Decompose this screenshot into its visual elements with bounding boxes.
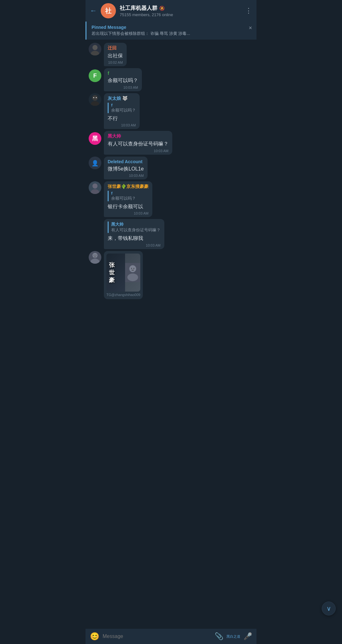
sender-name: Deleted Account bbox=[108, 159, 144, 164]
sender-name: f bbox=[108, 71, 138, 76]
message-row: 迁回 出社保 10:02 AM bbox=[89, 43, 253, 66]
avatar: 黑 bbox=[89, 132, 101, 145]
svg-point-1 bbox=[92, 45, 98, 50]
header-info: 社工库机器人群 🔕 75155 members, 2176 online bbox=[120, 4, 241, 17]
quote-block: f 余额可以吗？ bbox=[108, 191, 149, 201]
pinned-content: Pinned Message 若出现以下情形会被移除群组： 诈骗 辱骂 涉黄 涉… bbox=[92, 25, 246, 36]
message-bubble: 张世豪🌵京东搜豪豪 f 余额可以吗？ 银行卡余额可以 10:03 AM bbox=[104, 181, 152, 217]
quote-author: f bbox=[111, 103, 136, 107]
svg-point-16 bbox=[94, 255, 94, 255]
quote-text: 余额可以吗？ bbox=[111, 107, 136, 113]
message-bubble: 灰太娘 🐺 f 余额可以吗？ 不行 10:03 AM bbox=[104, 93, 140, 129]
message-text: 微博5e换LOL1e bbox=[108, 165, 144, 172]
sticker-bubble: 张 世 豪 TG@zhangshihao009 bbox=[104, 251, 143, 299]
more-options-button[interactable]: ⋮ bbox=[245, 7, 252, 15]
message-text: 银行卡余额可以 bbox=[108, 203, 149, 210]
message-time: 10:03 AM bbox=[108, 123, 136, 127]
mic-button[interactable]: 🎤 bbox=[244, 632, 252, 641]
message-time: 10:03 AM bbox=[108, 174, 144, 177]
svg-point-7 bbox=[96, 97, 97, 98]
message-text: 有人可以查身份证号码嘛？ bbox=[108, 140, 168, 147]
avatar bbox=[89, 43, 101, 55]
message-bubble: f 余额可以吗？ 10:03 AM bbox=[104, 68, 142, 91]
svg-point-6 bbox=[93, 97, 94, 98]
message-text: 来，带钱私聊我 bbox=[108, 235, 161, 242]
message-row: 👤 Deleted Account 微博5e换LOL1e 10:03 AM bbox=[89, 157, 253, 179]
message-row: 黑 黑大帅 有人可以查身份证号码嘛？ 10:03 AM bbox=[89, 131, 253, 154]
chat-area: 迁回 出社保 10:02 AM F f 余额可以吗？ 10:03 AM 灰太娘 … bbox=[86, 40, 256, 325]
message-time: 10:03 AM bbox=[108, 211, 149, 215]
pinned-text: 若出现以下情形会被移除群组： 诈骗 辱骂 涉黄 涉毒... bbox=[92, 31, 246, 36]
message-time: 10:02 AM bbox=[108, 61, 123, 64]
message-row: 张 世 豪 TG@zhangshihao009 bbox=[89, 251, 253, 299]
message-input[interactable] bbox=[103, 634, 212, 639]
message-bubble: Deleted Account 微博5e换LOL1e 10:03 AM bbox=[104, 157, 148, 179]
watermark-label: 黑白之道 bbox=[226, 634, 240, 639]
message-row: F f 余额可以吗？ 10:03 AM bbox=[89, 68, 253, 91]
avatar bbox=[89, 251, 101, 264]
attach-button[interactable]: 📎 bbox=[215, 632, 223, 641]
quote-text: 余额可以吗？ bbox=[111, 196, 149, 201]
bottom-input-bar: 😊 📎 黑白之道 🎤 bbox=[86, 629, 256, 644]
quote-author: 黑大帅 bbox=[111, 222, 161, 227]
svg-text:👤: 👤 bbox=[92, 159, 99, 166]
message-text: 不行 bbox=[108, 115, 136, 122]
avatar bbox=[89, 93, 101, 106]
group-title: 社工库机器人群 🔕 bbox=[120, 4, 241, 12]
sender-name: 黑大帅 bbox=[108, 133, 168, 139]
sender-name: 灰太娘 🐺 bbox=[108, 96, 136, 101]
mute-icon: 🔕 bbox=[159, 6, 165, 11]
pinned-title: Pinned Message bbox=[92, 25, 246, 30]
message-time: 10:03 AM bbox=[108, 86, 138, 89]
quote-block: f 余额可以吗？ bbox=[108, 103, 136, 113]
svg-point-19 bbox=[129, 265, 136, 272]
quote-author: f bbox=[111, 191, 149, 196]
message-time: 10:03 AM bbox=[108, 149, 168, 153]
avatar: 👤 bbox=[89, 157, 101, 169]
svg-point-11 bbox=[92, 184, 98, 189]
svg-point-4 bbox=[92, 95, 98, 101]
chat-header: ← 社 社工库机器人群 🔕 75155 members, 2176 online… bbox=[86, 0, 256, 22]
message-row: 张世豪🌵京东搜豪豪 f 余额可以吗？ 银行卡余额可以 10:03 AM bbox=[89, 181, 253, 217]
sticker-image: 张 世 豪 bbox=[106, 254, 140, 292]
message-row: 灰太娘 🐺 f 余额可以吗？ 不行 10:03 AM bbox=[89, 93, 253, 129]
svg-point-22 bbox=[133, 268, 134, 268]
sender-name: 迁回 bbox=[108, 45, 123, 51]
sender-name: 张世豪🌵京东搜豪豪 bbox=[108, 184, 149, 190]
group-subtitle: 75155 members, 2176 online bbox=[120, 12, 241, 17]
pinned-close-button[interactable]: × bbox=[246, 25, 252, 31]
emoji-button[interactable]: 😊 bbox=[90, 632, 99, 641]
pinned-message-bar: Pinned Message 若出现以下情形会被移除群组： 诈骗 辱骂 涉黄 涉… bbox=[86, 22, 256, 40]
avatar bbox=[89, 181, 101, 194]
message-bubble: 黑大帅 有人可以查身份证号码嘛？ 10:03 AM bbox=[104, 131, 172, 154]
group-name: 社工库机器人群 bbox=[120, 4, 157, 12]
message-text: 出社保 bbox=[108, 52, 123, 59]
svg-point-20 bbox=[127, 274, 138, 281]
avatar: F bbox=[89, 69, 101, 82]
message-bubble: 迁回 出社保 10:02 AM bbox=[104, 43, 127, 66]
sticker-text: 张 世 豪 bbox=[109, 261, 123, 284]
message-time: 10:03 AM bbox=[108, 243, 161, 247]
quote-text: 有人可以查身份证号码嘛？ bbox=[111, 227, 161, 233]
svg-point-17 bbox=[96, 255, 96, 255]
message-row: 黑大帅 有人可以查身份证号码嘛？ 来，带钱私聊我 10:03 AM bbox=[89, 219, 253, 249]
sticker-caption: TG@zhangshihao009 bbox=[106, 293, 140, 297]
quote-block: 黑大帅 有人可以查身份证号码嘛？ bbox=[108, 222, 161, 233]
svg-point-21 bbox=[131, 268, 132, 268]
back-button[interactable]: ← bbox=[90, 7, 97, 15]
message-text: 余额可以吗？ bbox=[108, 77, 138, 84]
group-avatar: 社 bbox=[101, 3, 116, 18]
message-bubble: 黑大帅 有人可以查身份证号码嘛？ 来，带钱私聊我 10:03 AM bbox=[104, 219, 164, 249]
